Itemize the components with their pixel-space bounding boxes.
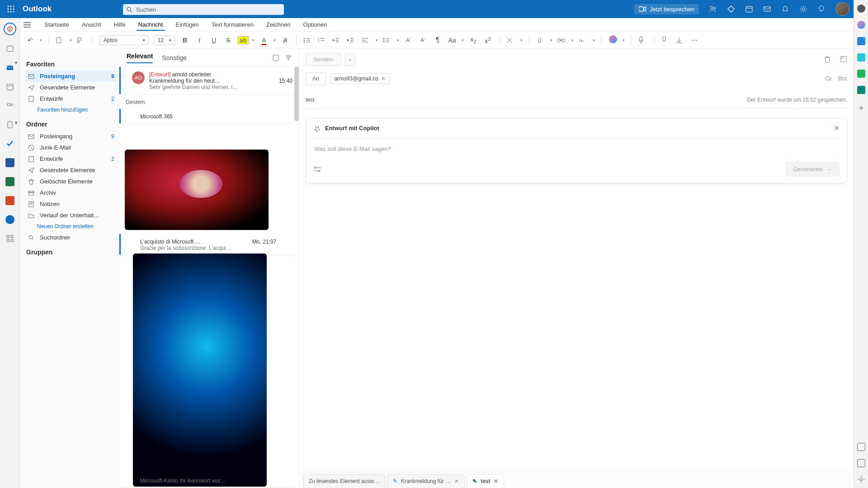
tab-insert[interactable]: Einfügen (174, 19, 201, 31)
msg-scrollbar[interactable] (294, 49, 299, 488)
hamburger-icon[interactable] (24, 22, 31, 28)
expand-chevron-icon[interactable]: › (123, 74, 124, 79)
font-select[interactable]: Aptos▾ (99, 35, 149, 45)
send-options-button[interactable]: ▾ (345, 53, 355, 66)
message-item[interactable]: › AO [Entwurf] arnold oberleiter Krankme… (119, 67, 299, 94)
remove-recipient-icon[interactable]: ✕ (381, 75, 386, 82)
section-favorites[interactable]: Favoriten (26, 61, 117, 68)
close-tab-icon[interactable]: ✕ (494, 478, 498, 484)
rail-item-icon[interactable] (5, 43, 15, 54)
subject-text[interactable]: test (306, 97, 314, 103)
to-button[interactable]: An (306, 72, 326, 85)
bold-icon[interactable]: B (180, 37, 190, 44)
bottom-tab[interactable]: Zu lesendes Element ausw… (303, 474, 385, 488)
files-rail-icon[interactable] (5, 119, 15, 130)
folder-notes[interactable]: Notizen (25, 198, 117, 210)
superscript-icon[interactable]: x2 (483, 36, 493, 45)
close-icon[interactable]: ✕ (834, 124, 840, 132)
account-avatar[interactable] (835, 2, 849, 16)
excel-rail-icon[interactable] (5, 176, 15, 187)
copilot-prompt-input[interactable] (314, 145, 839, 152)
bottom-tab[interactable]: ✎ test ✕ (467, 474, 504, 488)
people-rail-icon[interactable] (5, 100, 15, 111)
right-rail-green-icon[interactable] (857, 70, 865, 78)
calendar-rail-icon[interactable] (5, 81, 15, 92)
add-favorite-link[interactable]: Favoriten hinzufügen (25, 104, 117, 115)
generate-button[interactable]: Generieren → (785, 162, 840, 177)
italic-icon[interactable]: I (194, 37, 204, 44)
increase-font-icon[interactable]: A↑ (404, 37, 414, 43)
message-item[interactable]: Microsoft 365 (119, 109, 294, 124)
folder-junk[interactable]: Junk-E-Mail (25, 142, 117, 153)
settings-gear-icon[interactable] (799, 5, 807, 13)
subscript-icon[interactable]: x2 (468, 36, 478, 44)
copilot-rail-icon[interactable] (4, 23, 16, 35)
section-groups[interactable]: Gruppen (26, 249, 117, 256)
link-icon[interactable] (557, 38, 567, 43)
message-item[interactable]: Microsoft-Konto Ihr Kennwort wur… (119, 473, 294, 488)
decrease-font-icon[interactable]: A↓ (418, 37, 428, 43)
scrollbar-thumb[interactable] (294, 67, 299, 121)
tab-options[interactable]: Optionen (302, 19, 329, 31)
line-spacing-icon[interactable] (382, 37, 392, 43)
global-search[interactable]: Suchen (123, 4, 284, 15)
right-rail-copilot-icon[interactable] (857, 21, 865, 29)
folder-inbox[interactable]: Posteingang 9 (25, 131, 117, 142)
popout-icon[interactable] (840, 56, 847, 63)
strike-icon[interactable]: S (223, 37, 233, 44)
mail-plus-icon[interactable] (763, 5, 771, 13)
folder-drafts[interactable]: Entwürfe 2 (25, 153, 117, 164)
waffle-icon[interactable] (0, 5, 22, 13)
paste-icon[interactable] (55, 37, 65, 44)
underline-icon[interactable]: U (209, 37, 219, 44)
todo-rail-icon[interactable] (5, 138, 15, 149)
right-rail-panel-icon[interactable] (857, 443, 865, 451)
diamond-icon[interactable] (727, 5, 735, 13)
tab-focused[interactable]: Relevant (127, 52, 153, 63)
recipient-chip[interactable]: arnio93@gmail.co ✕ (330, 73, 390, 84)
fav-inbox[interactable]: Posteingang 9 (25, 70, 117, 82)
bell-icon[interactable] (781, 5, 789, 13)
copilot-toolbar-icon[interactable] (608, 35, 618, 45)
right-rail-cyan-icon[interactable] (857, 53, 865, 61)
powerpoint-rail-icon[interactable] (5, 195, 15, 206)
fav-sent[interactable]: Gesendete Elemente (25, 82, 117, 93)
format-painter-icon[interactable] (76, 37, 86, 44)
section-folders[interactable]: Ordner (26, 121, 117, 128)
attach-icon[interactable] (536, 37, 546, 44)
discard-icon[interactable] (824, 56, 831, 63)
align-icon[interactable] (361, 37, 371, 43)
right-rail-search-icon[interactable] (857, 5, 865, 13)
select-icon[interactable] (273, 55, 279, 61)
clear-format-icon[interactable]: A̷ (280, 37, 290, 44)
right-rail-add-icon[interactable]: ＋ (857, 102, 865, 113)
folder-sent[interactable]: Gesendete Elemente (25, 164, 117, 176)
indent-icon[interactable] (347, 37, 357, 43)
change-case-icon[interactable]: Aa (447, 37, 457, 44)
close-tab-icon[interactable]: ✕ (454, 478, 459, 484)
more-icon[interactable]: ⋯ (690, 37, 700, 44)
right-rail-panel2-icon[interactable] (857, 459, 865, 467)
tab-other[interactable]: Sonstige (162, 54, 186, 61)
styles-icon[interactable] (506, 37, 516, 44)
meet-now-button[interactable]: Jetzt besprechen (634, 4, 699, 14)
tab-home[interactable]: Startseite (42, 19, 71, 31)
tab-format[interactable]: Text formatieren (210, 19, 255, 31)
highlight-icon[interactable]: ab (238, 37, 248, 44)
filter-icon[interactable] (285, 55, 292, 61)
mail-rail-icon[interactable] (5, 62, 15, 73)
tab-draw[interactable]: Zeichnen (264, 19, 292, 31)
right-rail-teal-icon[interactable] (857, 86, 865, 94)
copilot-options-icon[interactable] (313, 166, 321, 173)
tab-message[interactable]: Nachricht (137, 19, 165, 31)
dictate-icon[interactable] (638, 36, 648, 44)
folder-history[interactable]: Verlauf der Unterhalt… (25, 210, 117, 221)
sensitivity-icon[interactable] (661, 36, 671, 44)
message-item[interactable]: L'acquisto di Microsoft … Mo, 21:07 Graz… (119, 234, 294, 255)
signature-icon[interactable] (578, 37, 588, 44)
font-color-icon[interactable]: A (259, 37, 269, 44)
fav-drafts[interactable]: Entwürfe 2 (25, 93, 117, 104)
tab-help[interactable]: Hilfe (112, 19, 127, 31)
search-folders[interactable]: Suchordner (25, 232, 117, 243)
outdent-icon[interactable] (332, 37, 342, 43)
